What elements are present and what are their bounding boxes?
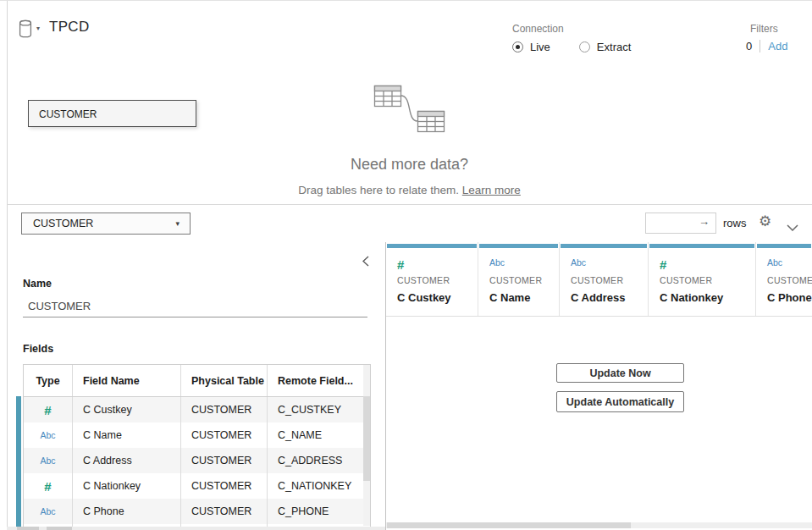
string-type-icon: Abc — [24, 448, 73, 473]
column-table-name: CUSTOMER — [397, 275, 450, 285]
field-row-c-name[interactable]: Abc C Name CUSTOMER C_NAME — [24, 422, 370, 448]
empty-state-title: Need more data? — [7, 156, 812, 174]
column-field-name: C Phone — [767, 291, 812, 304]
empty-state-hint: Drag tables here to relate them. Learn m… — [7, 184, 812, 196]
column-table-name: CUSTOMER — [489, 275, 542, 285]
radio-extract-label: Extract — [597, 41, 631, 53]
field-row-c-address[interactable]: Abc C Address CUSTOMER C_ADDRESS — [24, 448, 370, 473]
column-accent-bar — [757, 244, 811, 248]
fields-label: Fields — [23, 343, 53, 355]
field-row-c-nationkey[interactable]: # C Nationkey CUSTOMER C_NATIONKEY — [24, 473, 370, 499]
number-type-icon: # — [24, 473, 73, 499]
rows-go-arrow-icon[interactable]: → — [699, 215, 710, 228]
physical-table-cell: CUSTOMER — [181, 473, 268, 499]
table-name-field[interactable] — [23, 295, 367, 317]
column-accent-bar — [561, 244, 647, 248]
column-header-remote-field: Remote Field... — [268, 365, 370, 396]
table-color-strip — [16, 396, 21, 527]
column-header-physical-table: Physical Table — [181, 365, 268, 396]
radio-live-label: Live — [530, 41, 550, 53]
remote-field-cell: C_CUSTKEY — [268, 397, 370, 422]
canvas-bottom-divider — [7, 204, 812, 205]
remote-field-cell: C_NATIONKEY — [268, 473, 370, 499]
filters-label: Filters — [750, 23, 787, 35]
filters-divider — [760, 40, 760, 52]
field-name-cell: C Custkey — [73, 397, 181, 422]
radio-extract-circle-icon — [579, 41, 590, 52]
remote-field-cell: C_ADDRESS — [268, 448, 370, 473]
column-accent-bar — [649, 244, 754, 248]
empty-state-hint-text: Drag tables here to relate them. — [298, 184, 459, 196]
scrollbar-segment — [47, 527, 72, 530]
column-field-name: C Nationkey — [660, 291, 723, 304]
data-grid-header: # CUSTOMER C Custkey Abc CUSTOMER C Name… — [386, 242, 812, 317]
grid-column-c-address[interactable]: Abc CUSTOMER C Address — [560, 242, 649, 316]
grid-column-c-phone[interactable]: Abc CUSTOMER C Phone — [756, 242, 812, 316]
remote-field-cell: C_PHONE — [268, 499, 370, 524]
field-name-cell: C Address — [73, 448, 181, 473]
database-icon[interactable] — [17, 19, 34, 38]
connection-label: Connection — [512, 23, 631, 35]
field-row-c-custkey[interactable]: # C Custkey CUSTOMER C_CUSTKEY — [24, 397, 370, 422]
fields-table-header-row: Type Field Name Physical Table Remote Fi… — [24, 365, 370, 397]
physical-table-cell: CUSTOMER — [181, 499, 268, 524]
filters-add-link[interactable]: Add — [768, 40, 787, 52]
radio-extract[interactable]: Extract — [579, 41, 631, 53]
data-grid-scrollbar-thumb[interactable] — [387, 522, 631, 528]
column-table-name: CUSTOMER — [571, 275, 623, 285]
grid-column-c-custkey[interactable]: # CUSTOMER C Custkey — [386, 242, 478, 316]
physical-table-cell: CUSTOMER — [181, 397, 268, 422]
update-now-button[interactable]: Update Now — [556, 363, 684, 383]
table-selector-value: CUSTOMER — [33, 218, 93, 229]
column-field-name: C Custkey — [397, 291, 451, 304]
relate-tables-illustration-icon — [364, 77, 449, 141]
left-panel-horizontal-scrollbar[interactable] — [7, 527, 385, 530]
number-type-icon: # — [24, 397, 73, 422]
table-selector-dropdown[interactable]: CUSTOMER ▾ — [21, 213, 191, 235]
physical-table-cell: CUSTOMER — [181, 448, 268, 473]
field-row-c-phone[interactable]: Abc C Phone CUSTOMER C_PHONE — [24, 499, 370, 524]
column-field-name: C Address — [571, 291, 626, 304]
grid-column-c-name[interactable]: Abc CUSTOMER C Name — [478, 242, 560, 316]
update-automatically-button[interactable]: Update Automatically — [556, 391, 684, 412]
column-accent-bar — [479, 244, 558, 248]
collapse-panel-chevron-left-icon[interactable] — [362, 255, 369, 270]
grid-column-c-nationkey[interactable]: # CUSTOMER C Nationkey — [649, 242, 756, 316]
fields-metadata-table: Type Field Name Physical Table Remote Fi… — [23, 364, 371, 530]
canvas-table-node-customer[interactable]: CUSTOMER — [28, 100, 196, 127]
field-name-cell: C Nationkey — [73, 473, 181, 499]
filters-count: 0 — [746, 40, 752, 52]
grid-collapse-chevron-down-icon[interactable] — [787, 219, 798, 235]
number-type-icon: # — [397, 257, 404, 272]
fields-table-scrollbar-thumb[interactable] — [363, 396, 370, 481]
column-table-name: CUSTOMER — [660, 275, 712, 285]
physical-table-cell: CUSTOMER — [181, 422, 268, 448]
filters-section: Filters 0 Add — [746, 23, 787, 52]
table-selector-caret-icon: ▾ — [175, 213, 180, 234]
datasource-title[interactable]: TPCD — [49, 19, 89, 36]
string-type-icon: Abc — [767, 257, 782, 268]
connection-section: Connection Live Extract — [512, 23, 631, 53]
learn-more-link[interactable]: Learn more — [462, 184, 521, 196]
radio-live[interactable]: Live — [512, 41, 550, 53]
column-header-type: Type — [24, 365, 73, 396]
column-table-name: CUSTOMER — [767, 275, 812, 285]
rows-count-input[interactable] — [648, 214, 700, 232]
fields-table-vertical-scrollbar[interactable] — [363, 365, 370, 526]
rows-count-box: → — [645, 213, 716, 234]
rows-label: rows — [723, 217, 746, 229]
number-type-icon: # — [660, 257, 666, 272]
radio-live-circle-icon — [512, 41, 523, 52]
column-accent-bar — [387, 244, 477, 248]
string-type-icon: Abc — [24, 499, 73, 524]
string-type-icon: Abc — [24, 422, 73, 448]
database-dropdown-caret-icon[interactable]: ▾ — [36, 25, 40, 32]
data-grid-horizontal-scrollbar[interactable] — [386, 522, 812, 528]
name-label: Name — [23, 278, 52, 290]
grid-settings-gear-icon[interactable]: ⚙ — [759, 213, 771, 230]
left-edge-divider — [7, 1, 8, 530]
field-name-cell: C Name — [73, 422, 181, 448]
column-field-name: C Name — [489, 291, 530, 304]
remote-field-cell: C_NAME — [268, 422, 370, 448]
column-header-field-name: Field Name — [73, 365, 181, 396]
